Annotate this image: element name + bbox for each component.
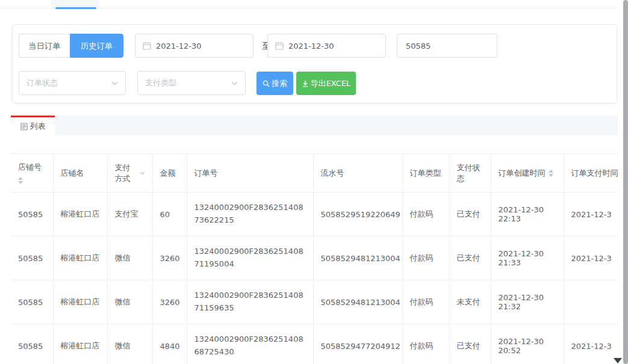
- cell-amount: 60: [152, 193, 187, 236]
- cell-amount: 4840: [152, 324, 187, 364]
- chevron-down-icon: [111, 81, 118, 85]
- cell-amount: 3260: [152, 236, 187, 280]
- calendar-icon: [143, 42, 151, 50]
- cell-serial-no: 5058529481213004: [313, 236, 402, 280]
- col-shop-id-label: 店铺号: [18, 162, 46, 173]
- list-tabbar: 列表: [11, 116, 618, 135]
- orders-table: 店铺号 店铺名 支付方式 金额 订单号 流水号: [11, 153, 618, 364]
- export-excel-button[interactable]: 导出EXCEL: [296, 72, 356, 95]
- cell-created-at: 2021-12-30 21:33: [491, 236, 564, 280]
- table-row[interactable]: 50585 榕港虹口店 支付宝 60 13240002900F283625140…: [11, 193, 618, 236]
- cell-shop-name: 榕港虹口店: [53, 236, 107, 280]
- tab-list[interactable]: 列表: [11, 116, 55, 135]
- col-paid-at: 订单支付时间: [564, 154, 618, 193]
- sort-icon[interactable]: [549, 170, 553, 177]
- cell-pay-status: 已支付: [449, 236, 491, 280]
- cell-shop-id: 50585: [11, 324, 53, 364]
- col-order-no: 订单号: [187, 154, 313, 193]
- col-serial-no: 流水号: [313, 154, 402, 193]
- cell-order-type: 付款码: [402, 236, 449, 280]
- cell-pay-method: 微信: [107, 324, 152, 364]
- date-to-value: 2021-12-30: [288, 42, 334, 51]
- cell-shop-id: 50585: [11, 193, 53, 236]
- cell-order-type: 付款码: [402, 324, 449, 364]
- col-amount: 金额: [152, 154, 187, 193]
- date-from-picker[interactable]: 2021-12-30: [135, 34, 253, 58]
- col-created-at[interactable]: 订单创建时间: [491, 154, 564, 193]
- table-row[interactable]: 50585 榕港虹口店 微信 3260 13240002900F28362514…: [11, 280, 618, 324]
- cell-paid-at: 2021-12-3: [564, 324, 618, 364]
- sort-icon[interactable]: [18, 177, 23, 184]
- cell-order-no: 13240002900F283625140871159635: [187, 280, 313, 324]
- store-keyword-field[interactable]: [397, 34, 497, 58]
- download-icon: [302, 80, 309, 87]
- history-orders-button[interactable]: 历史订单: [70, 34, 123, 58]
- scrollbar-down-arrow-icon[interactable]: [614, 358, 622, 363]
- cell-pay-method: 支付宝: [107, 193, 152, 236]
- cell-pay-status: 已支付: [449, 324, 491, 364]
- cell-shop-id: 50585: [11, 280, 53, 324]
- col-pay-method[interactable]: 支付方式: [107, 154, 152, 193]
- col-pay-method-label: 支付方式: [115, 162, 137, 184]
- table-header-row: 店铺号 店铺名 支付方式 金额 订单号 流水号: [11, 154, 618, 193]
- store-keyword-input[interactable]: [405, 41, 490, 51]
- cell-order-no: 13240002900F283625140868725430: [187, 324, 313, 364]
- order-status-select[interactable]: 订单状态: [19, 71, 126, 95]
- cell-order-type: 付款码: [402, 193, 449, 236]
- cell-shop-name: 榕港虹口店: [53, 193, 107, 236]
- cell-created-at: 2021-12-30 22:13: [491, 193, 564, 236]
- today-orders-button[interactable]: 当日订单: [19, 34, 70, 58]
- cell-paid-at: 2021-12-3: [564, 193, 618, 236]
- filter-panel: 当日订单 历史订单 2021-12-30 至 2021-12-30 订单状态 支…: [12, 24, 617, 103]
- col-order-type: 订单类型: [402, 154, 449, 193]
- col-created-at-label: 订单创建时间: [499, 168, 546, 179]
- table-row[interactable]: 50585 榕港虹口店 微信 4840 13240002900F28362514…: [11, 324, 618, 364]
- cell-amount: 3260: [152, 280, 187, 324]
- calendar-icon: [275, 42, 284, 50]
- vertical-scrollbar[interactable]: [623, 0, 628, 364]
- cell-paid-at: 2021-12-3: [564, 236, 618, 280]
- active-tab-indicator: [55, 7, 96, 9]
- date-from-value: 2021-12-30: [156, 42, 202, 51]
- cell-serial-no: 5058529519220649: [313, 193, 402, 236]
- order-status-placeholder: 订单状态: [26, 78, 58, 88]
- col-pay-status: 支付状态: [449, 154, 491, 193]
- filter-chevron-icon[interactable]: [140, 171, 145, 175]
- cell-shop-name: 榕港虹口店: [53, 280, 107, 324]
- chevron-down-icon: [231, 81, 238, 85]
- cell-pay-method: 微信: [107, 280, 152, 324]
- orders-table-wrap: 店铺号 店铺名 支付方式 金额 订单号 流水号: [11, 153, 618, 364]
- cell-shop-name: 榕港虹口店: [53, 324, 107, 364]
- cell-serial-no: 5058529481213004: [313, 280, 402, 324]
- cell-serial-no: 5058529477204912: [313, 324, 402, 364]
- cell-paid-at: [564, 280, 618, 324]
- pay-type-placeholder: 支付类型: [145, 78, 176, 88]
- date-to-picker[interactable]: 2021-12-30: [267, 34, 386, 58]
- list-icon: [20, 123, 28, 131]
- col-shop-id[interactable]: 店铺号: [11, 154, 53, 193]
- cell-order-no: 13240002900F283625140873622215: [187, 193, 313, 236]
- col-shop-name: 店铺名: [53, 154, 107, 193]
- cell-pay-method: 微信: [107, 236, 152, 280]
- cell-order-no: 13240002900F283625140871195004: [187, 236, 313, 280]
- cell-created-at: 2021-12-30 21:32: [491, 280, 564, 324]
- cell-order-type: 付款码: [402, 280, 449, 324]
- cell-pay-status: 已支付: [449, 193, 491, 236]
- table-row[interactable]: 50585 榕港虹口店 微信 3260 13240002900F28362514…: [11, 236, 618, 280]
- pay-type-select[interactable]: 支付类型: [137, 71, 246, 95]
- export-button-label: 导出EXCEL: [311, 78, 351, 89]
- table-body: 50585 榕港虹口店 支付宝 60 13240002900F283625140…: [11, 193, 618, 364]
- cell-shop-id: 50585: [11, 236, 53, 280]
- search-button[interactable]: 搜索: [256, 72, 293, 95]
- cell-pay-status: 未支付: [449, 280, 491, 324]
- cell-created-at: 2021-12-30 20:52: [491, 324, 564, 364]
- search-button-label: 搜索: [272, 78, 287, 89]
- search-icon: [263, 80, 270, 87]
- tab-list-label: 列表: [30, 121, 46, 132]
